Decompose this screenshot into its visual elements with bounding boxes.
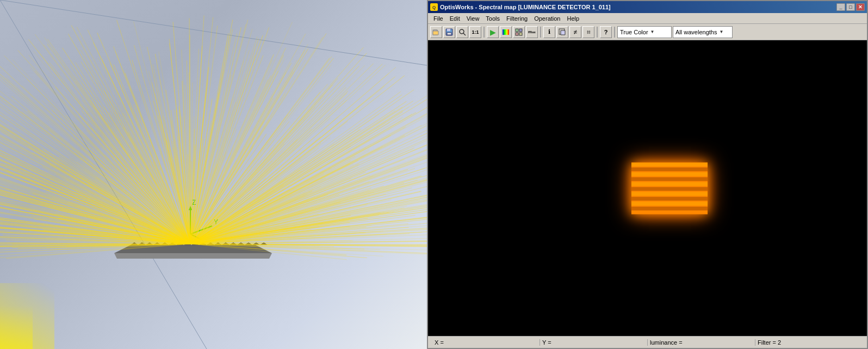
separator-2: [540, 27, 541, 38]
bottom-yellow-shape: [0, 305, 33, 349]
zoom-1-1-button[interactable]: 1:1: [469, 26, 481, 38]
optisworks-window: Q OptisWorks - Spectral map [LUMINANCE D…: [427, 0, 868, 349]
toolbar: 1:1 ▶ max ℹ ≠ ⌗ ? True Color ▼ All wavel…: [428, 24, 867, 40]
title-bar: Q OptisWorks - Spectral map [LUMINANCE D…: [428, 1, 867, 13]
play-button[interactable]: ▶: [487, 26, 499, 38]
svg-point-4: [460, 29, 464, 34]
svg-rect-7: [519, 29, 522, 32]
separator-4: [614, 27, 615, 38]
glow-line-7: [631, 192, 708, 195]
window-title: OptisWorks - Spectral map [LUMINANCE DET…: [440, 4, 611, 10]
menu-operation[interactable]: Operation: [531, 14, 563, 23]
glow-line-3: [631, 172, 708, 176]
menu-edit[interactable]: Edit: [447, 14, 463, 23]
svg-rect-8: [516, 33, 518, 35]
3d-viewport[interactable]: [0, 0, 427, 349]
x-coordinate: X =: [432, 339, 540, 346]
glow-line-8: [631, 197, 708, 200]
wavelength-dropdown-arrow: ▼: [719, 29, 723, 34]
glow-line-5: [631, 182, 708, 186]
maximize-button[interactable]: □: [846, 3, 855, 11]
zoom-button[interactable]: [456, 26, 468, 38]
close-button[interactable]: ✕: [856, 3, 865, 11]
color-dropdown-arrow: ▼: [650, 29, 655, 34]
filter-value: Filter = 2: [755, 339, 863, 346]
app-icon-symbol: Q: [432, 5, 436, 10]
glow-line-6: [631, 187, 708, 191]
menu-view[interactable]: View: [463, 14, 483, 23]
color-mode-value: True Color: [620, 29, 648, 35]
glow-line-9: [631, 201, 708, 205]
status-bar: X = Y = luminance = Filter = 2: [428, 336, 867, 348]
glow-line-1: [631, 162, 708, 166]
y-coordinate: Y =: [540, 339, 648, 346]
stats-button[interactable]: ⌗: [582, 26, 594, 38]
wavelength-dropdown[interactable]: All wavelengths ▼: [673, 26, 733, 38]
menu-file[interactable]: File: [430, 14, 447, 23]
svg-rect-9: [519, 33, 522, 35]
menu-filtering[interactable]: Filtering: [503, 14, 531, 23]
glow-line-4: [631, 177, 708, 181]
luminance-pattern: [631, 162, 708, 214]
info-button[interactable]: ℹ: [543, 26, 555, 38]
rays-canvas: [0, 0, 427, 349]
grid-button[interactable]: [513, 26, 525, 38]
svg-rect-2: [447, 29, 450, 31]
spectral-map-view[interactable]: [428, 40, 867, 336]
title-bar-left: Q OptisWorks - Spectral map [LUMINANCE D…: [430, 3, 611, 11]
max-button[interactable]: max: [526, 26, 538, 38]
adjust-button[interactable]: ≠: [569, 26, 581, 38]
open-button[interactable]: [430, 26, 442, 38]
colormap-button[interactable]: [500, 26, 512, 38]
color-mode-dropdown[interactable]: True Color ▼: [617, 26, 672, 38]
menu-bar: File Edit View Tools Filtering Operation…: [428, 13, 867, 24]
luminance-value: luminance =: [648, 339, 755, 346]
svg-rect-3: [447, 33, 451, 35]
help-button[interactable]: ?: [600, 26, 612, 38]
menu-help[interactable]: Help: [563, 14, 582, 23]
menu-tools[interactable]: Tools: [482, 14, 503, 23]
separator-3: [597, 27, 598, 38]
title-bar-controls: _ □ ✕: [836, 3, 865, 11]
svg-rect-6: [516, 29, 518, 32]
glow-line-10: [631, 206, 708, 210]
glow-line-2: [631, 167, 708, 171]
minimize-button[interactable]: _: [836, 3, 845, 11]
save-button[interactable]: [443, 26, 455, 38]
separator-1: [483, 27, 485, 38]
wavelength-value: All wavelengths: [675, 29, 717, 35]
export-button[interactable]: [556, 26, 568, 38]
svg-line-5: [463, 33, 466, 35]
app-icon: Q: [430, 3, 438, 11]
